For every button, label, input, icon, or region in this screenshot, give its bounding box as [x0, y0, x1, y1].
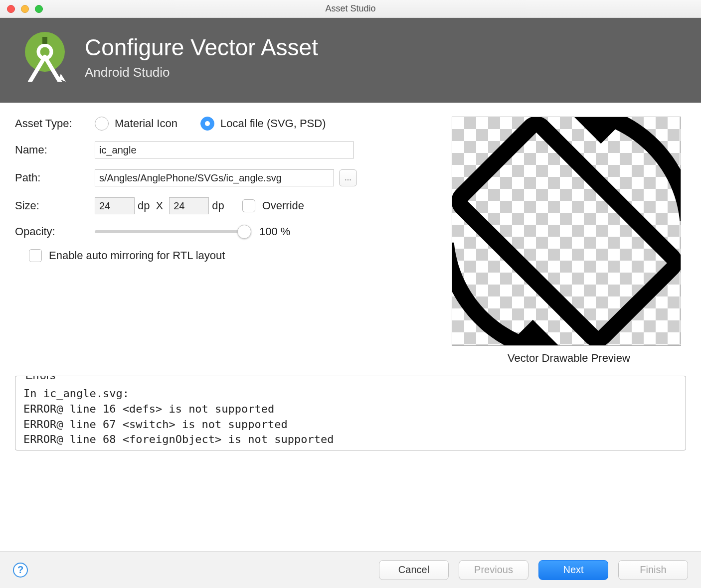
path-input[interactable] [95, 169, 334, 186]
android-studio-logo-icon [20, 32, 70, 82]
footer-bar: ? Cancel Previous Next Finish [0, 551, 701, 588]
screen-rotation-icon [452, 117, 681, 346]
opacity-value: 100 % [259, 225, 290, 238]
page-title: Configure Vector Asset [85, 34, 318, 61]
svg-rect-5 [42, 37, 47, 44]
radio-material-label: Material Icon [115, 117, 177, 130]
preview-caption: Vector Drawable Preview [452, 352, 686, 365]
preview-column: Vector Drawable Preview [452, 117, 686, 365]
window-controls [7, 5, 43, 13]
page-subtitle: Android Studio [85, 65, 318, 80]
row-opacity: Opacity: 100 % [15, 225, 432, 238]
size-height-input[interactable] [169, 197, 209, 214]
finish-button[interactable]: Finish [618, 560, 688, 580]
name-label: Name: [15, 144, 95, 156]
radio-icon [95, 117, 109, 131]
previous-button[interactable]: Previous [459, 560, 528, 580]
window-title: Asset Studio [0, 3, 701, 14]
opacity-slider[interactable] [95, 230, 244, 233]
size-x-separator: X [156, 199, 163, 212]
radio-local-label: Local file (SVG, PSD) [220, 117, 326, 130]
errors-text: In ic_angle.svg: ERROR@ line 16 <defs> i… [15, 376, 686, 450]
header-text: Configure Vector Asset Android Studio [85, 34, 318, 80]
path-label: Path: [15, 171, 95, 184]
radio-local-file[interactable]: Local file (SVG, PSD) [200, 117, 326, 131]
cancel-button[interactable]: Cancel [379, 560, 449, 580]
next-button[interactable]: Next [538, 560, 608, 580]
row-rtl: Enable auto mirroring for RTL layout [29, 249, 432, 262]
rtl-checkbox[interactable] [29, 249, 42, 262]
asset-type-radio-group: Material Icon Local file (SVG, PSD) [95, 117, 346, 131]
override-checkbox[interactable] [242, 199, 255, 212]
zoom-window-icon[interactable] [35, 5, 43, 13]
row-name: Name: [15, 142, 432, 158]
help-button[interactable]: ? [13, 563, 28, 578]
opacity-slider-wrap: 100 % [95, 225, 432, 238]
row-path: Path: ... [15, 169, 432, 186]
asset-type-label: Asset Type: [15, 117, 95, 130]
row-size: Size: dp X dp Override [15, 197, 432, 214]
row-asset-type: Asset Type: Material Icon Local file (SV… [15, 117, 432, 131]
size-width-unit: dp [138, 199, 150, 212]
name-input[interactable] [95, 142, 354, 158]
header-band: Configure Vector Asset Android Studio [0, 18, 701, 103]
errors-panel: Errors In ic_angle.svg: ERROR@ line 16 <… [15, 376, 686, 450]
errors-legend: Errors [22, 376, 58, 382]
size-height-unit: dp [212, 199, 224, 212]
form-column: Asset Type: Material Icon Local file (SV… [15, 117, 432, 365]
titlebar: Asset Studio [0, 0, 701, 18]
slider-thumb-icon[interactable] [237, 225, 251, 239]
minimize-window-icon[interactable] [21, 5, 29, 13]
radio-icon [200, 117, 214, 131]
size-label: Size: [15, 199, 95, 212]
override-label: Override [262, 199, 304, 212]
opacity-label: Opacity: [15, 225, 95, 238]
browse-button[interactable]: ... [339, 169, 357, 186]
radio-material-icon[interactable]: Material Icon [95, 117, 177, 131]
size-width-input[interactable] [95, 197, 135, 214]
rtl-label: Enable auto mirroring for RTL layout [49, 249, 225, 262]
preview-box [452, 117, 681, 346]
content-area: Asset Type: Material Icon Local file (SV… [0, 103, 701, 370]
close-window-icon[interactable] [7, 5, 15, 13]
